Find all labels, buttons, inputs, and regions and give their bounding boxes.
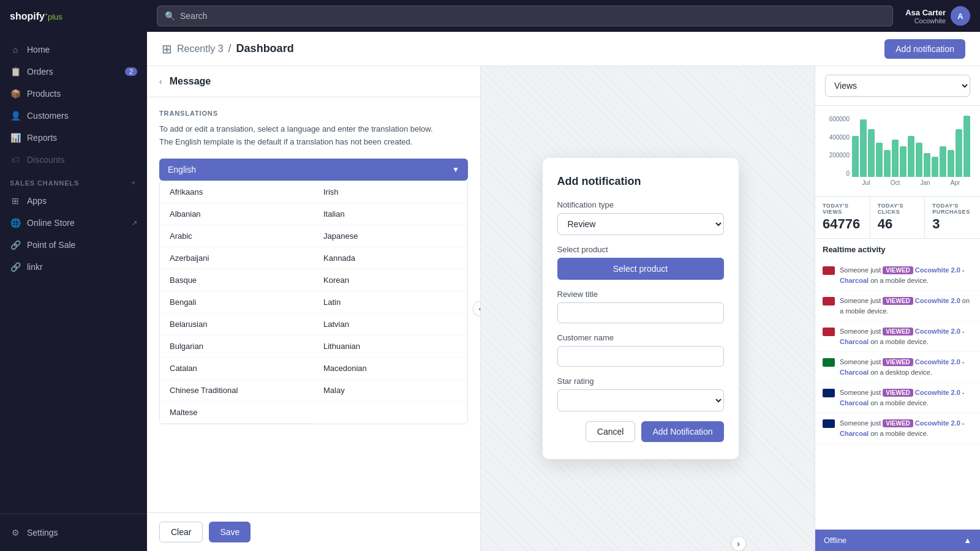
sales-channels-label: SALES CHANNELS ＋ — [0, 171, 147, 190]
product-link[interactable]: Cocowhite 2.0 — [915, 297, 960, 304]
language-item[interactable]: Latvian — [314, 313, 467, 335]
chart-bar — [963, 116, 970, 177]
review-title-input[interactable] — [557, 302, 724, 323]
language-list: AfrikaansIrishAlbanianItalianArabicJapan… — [159, 181, 468, 424]
middle-panel: Add notification Notification type Revie… — [481, 66, 815, 551]
realtime-item: Someone just VIEWED Cocowhite 2.0 on a m… — [815, 291, 980, 321]
clear-button[interactable]: Clear — [159, 522, 203, 542]
flag-icon — [823, 266, 835, 275]
translations-description: To add or edit a translation, select a l… — [159, 123, 468, 149]
app: shopify plus + ⌂ Home 📋 Orders 2 📦 Produ… — [0, 0, 980, 551]
user-group: Asa Carter Cocowhite A — [905, 6, 970, 26]
modal-title: Add notification — [557, 175, 724, 188]
add-notification-button[interactable]: Add notification — [884, 39, 965, 59]
flag-icon — [823, 328, 835, 336]
realtime-item: Someone just VIEWED Cocowhite 2.0 - Char… — [815, 321, 980, 352]
language-item[interactable]: Bulgarian — [160, 335, 314, 358]
orders-badge: 2 — [125, 67, 137, 76]
chart-bar — [892, 140, 899, 177]
message-header: ‹ Message — [147, 66, 480, 97]
avatar[interactable]: A — [951, 6, 970, 26]
realtime-text: Someone just VIEWED Cocowhite 2.0 - Char… — [840, 326, 973, 347]
svg-text:+: + — [45, 12, 48, 18]
language-item[interactable]: Japanese — [314, 225, 467, 247]
language-item[interactable]: Afrikaans — [160, 181, 314, 203]
sidebar-item-settings[interactable]: ⚙ Settings — [10, 522, 137, 544]
expand-panel-button[interactable]: › — [731, 536, 746, 551]
flag-icon — [823, 297, 835, 305]
flag-icon — [823, 419, 835, 428]
star-rating-select[interactable]: 12345 — [557, 389, 724, 411]
chart-bar — [900, 146, 907, 177]
sidebar-item-apps[interactable]: ⊞ Apps — [0, 190, 147, 212]
add-notification-modal-button[interactable]: Add Notification — [641, 421, 723, 442]
stats-row: TODAY'S VIEWS 64776 TODAY'S CLICKS 46 TO… — [815, 197, 980, 239]
language-item[interactable]: Albanian — [160, 203, 314, 225]
sidebar-item-products[interactable]: 📦 Products — [0, 83, 147, 105]
svg-text:shopify: shopify — [10, 11, 45, 21]
svg-text:plus: plus — [48, 12, 62, 21]
flag-icon — [823, 389, 835, 397]
viewed-badge: VIEWED — [883, 389, 913, 397]
language-item[interactable]: Italian — [314, 203, 467, 225]
sidebar-item-customers[interactable]: 👤 Customers — [0, 105, 147, 127]
topbar: 🔍 Asa Carter Cocowhite A — [147, 0, 980, 32]
language-item[interactable]: Arabic — [160, 225, 314, 247]
linkr-icon: 🔗 — [10, 261, 21, 272]
sidebar-item-reports[interactable]: 📊 Reports — [0, 127, 147, 149]
breadcrumb-separator: / — [228, 42, 232, 55]
cancel-button[interactable]: Cancel — [586, 421, 636, 442]
language-item[interactable]: Bengali — [160, 291, 314, 313]
language-item[interactable]: Chinese Traditional — [160, 380, 314, 402]
sidebar-item-discounts[interactable]: 🏷 Discounts — [0, 149, 147, 171]
realtime-header: Realtime activity — [815, 239, 980, 260]
sidebar-item-linkr[interactable]: 🔗 linkr — [0, 256, 147, 278]
language-item[interactable]: Maltese — [160, 402, 314, 424]
back-button[interactable]: ‹ — [159, 77, 162, 86]
realtime-text: Someone just VIEWED Cocowhite 2.0 - Char… — [840, 418, 973, 438]
viewed-badge: VIEWED — [883, 419, 913, 427]
language-item[interactable]: Kannada — [314, 247, 467, 269]
sidebar-item-pos[interactable]: 🔗 Point of Sale — [0, 234, 147, 256]
modal-footer: Cancel Add Notification — [557, 421, 724, 442]
breadcrumb-parent[interactable]: Recently 3 — [177, 43, 224, 54]
chart-bar — [852, 136, 859, 177]
pos-icon: 🔗 — [10, 239, 21, 250]
realtime-text: Someone just VIEWED Cocowhite 2.0 - Char… — [840, 388, 973, 408]
language-item[interactable]: Irish — [314, 181, 467, 203]
sidebar-nav: ⌂ Home 📋 Orders 2 📦 Products 👤 Customers… — [0, 34, 147, 514]
language-item[interactable]: Basque — [160, 269, 314, 291]
realtime-item: Someone just VIEWED Cocowhite 2.0 - Char… — [815, 260, 980, 291]
chart-bar — [908, 136, 914, 177]
select-product-button[interactable]: Select product — [557, 258, 724, 280]
search-bar[interactable]: 🔍 — [157, 6, 893, 26]
language-item[interactable]: Azerbaijani — [160, 247, 314, 269]
language-item[interactable]: Korean — [314, 269, 467, 291]
notification-type-select[interactable]: Review Purchase Signup — [557, 213, 724, 235]
sidebar-item-orders[interactable]: 📋 Orders 2 — [0, 61, 147, 83]
sidebar: shopify plus + ⌂ Home 📋 Orders 2 📦 Produ… — [0, 0, 147, 551]
chart-bar — [940, 146, 946, 177]
language-item[interactable]: Catalan — [160, 358, 314, 380]
offline-banner: Offline ▲ — [815, 530, 980, 551]
sidebar-item-home[interactable]: ⌂ Home — [0, 39, 147, 61]
main: 🔍 Asa Carter Cocowhite A ⊞ Recently 3 / … — [147, 0, 980, 551]
dropdown-arrow-icon: ▼ — [452, 165, 459, 174]
products-icon: 📦 — [10, 88, 21, 99]
views-select[interactable]: Views Clicks Purchases — [825, 75, 970, 97]
language-item[interactable]: Belarusian — [160, 313, 314, 335]
collapse-icon[interactable]: ▲ — [963, 536, 971, 545]
sidebar-item-online-store[interactable]: 🌐 Online Store ↗ — [0, 212, 147, 234]
apps-icon: ⊞ — [10, 195, 21, 206]
language-item[interactable]: Macedonian — [314, 358, 467, 380]
language-item[interactable]: Latin — [314, 291, 467, 313]
language-dropdown[interactable]: English ▼ — [159, 159, 468, 181]
customer-name-input[interactable] — [557, 346, 724, 367]
search-input[interactable] — [180, 11, 885, 21]
add-channel-icon[interactable]: ＋ — [130, 178, 137, 187]
save-button[interactable]: Save — [209, 522, 251, 542]
language-item[interactable]: Lithuanian — [314, 335, 467, 358]
translations-label: TRANSLATIONS — [159, 110, 468, 117]
language-item[interactable]: Malay — [314, 380, 467, 402]
discounts-icon: 🏷 — [10, 154, 21, 165]
